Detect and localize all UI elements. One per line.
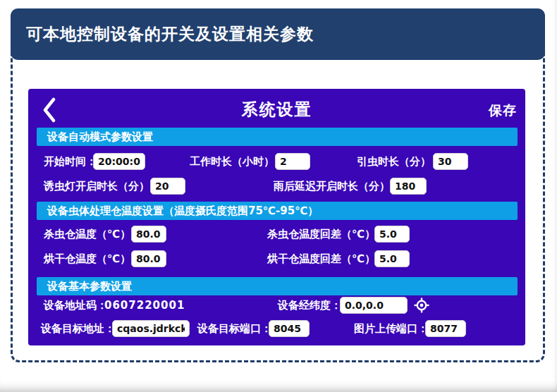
work-hours-label: 工作时长（小时）： <box>190 153 285 170</box>
save-button[interactable]: 保存 <box>489 102 517 120</box>
dry-temp-input[interactable] <box>131 250 166 267</box>
lamp-on-minutes-input[interactable] <box>150 178 185 195</box>
auto-mode-row-1: 开始时间： 工作时长（小时）： 引虫时长（分）： <box>28 153 525 170</box>
image-upload-port-label: 图片上传端口： <box>354 320 428 337</box>
image-upload-port-input[interactable] <box>425 320 466 337</box>
page-banner: 可本地控制设备的开关及设置相关参数 <box>11 8 545 60</box>
start-time-input[interactable] <box>93 153 145 170</box>
section-header-auto-mode: 设备自动模式参数设置 <box>37 128 518 146</box>
temperature-row-1: 杀虫仓温度（℃）： 杀虫仓温度回差（℃）： <box>28 226 525 243</box>
lamp-on-minutes-label: 诱虫灯开启时长（分）： <box>44 178 160 195</box>
device-coordinates-label: 设备经纬度： <box>278 297 341 314</box>
start-time-label: 开始时间： <box>44 153 97 170</box>
banner-text: 可本地控制设备的开关及设置相关参数 <box>26 23 314 45</box>
section-header-basic-params: 设备基本参数设置 <box>37 277 518 295</box>
kill-temp-hysteresis-input[interactable] <box>374 226 410 243</box>
crosshair-locate-icon <box>414 298 429 313</box>
temperature-row-2: 烘干仓温度（℃）： 烘干仓温度回差（℃）： <box>28 250 525 267</box>
work-hours-input[interactable] <box>275 153 310 170</box>
kill-temp-label: 杀虫仓温度（℃）： <box>44 226 141 243</box>
target-port-input[interactable] <box>269 320 310 337</box>
dry-temp-hysteresis-label: 烘干仓温度回差（℃）： <box>267 250 386 267</box>
locate-button[interactable] <box>413 297 430 314</box>
basic-params-row-1: 设备地址码： 0607220001 设备经纬度： <box>28 297 525 314</box>
kill-temp-hysteresis-label: 杀虫仓温度回差（℃）： <box>267 226 386 243</box>
dry-temp-hysteresis-input[interactable] <box>374 250 410 267</box>
target-address-label: 设备目标地址： <box>41 320 115 337</box>
basic-params-row-2: 设备目标地址： 设备目标端口： 图片上传端口： <box>28 320 525 337</box>
page-title: 系统设置 <box>28 99 525 121</box>
attract-minutes-input[interactable] <box>433 153 468 170</box>
device-address-code-value: 0607220001 <box>104 297 185 314</box>
section-header-temperature: 设备虫体处理仓温度设置（温度摄氏度范围75℃-95℃） <box>37 202 518 220</box>
target-address-input[interactable] <box>112 320 190 337</box>
device-address-code-label: 设备地址码： <box>44 297 107 314</box>
device-coordinates-input[interactable] <box>340 297 408 314</box>
rain-delay-minutes-input[interactable] <box>390 178 427 195</box>
settings-panel: 系统设置 保存 设备自动模式参数设置 开始时间： 工作时长（小时）： 引虫时长（… <box>28 89 525 345</box>
dry-temp-label: 烘干仓温度（℃）： <box>44 250 141 267</box>
target-port-label: 设备目标端口： <box>197 320 271 337</box>
attract-minutes-label: 引虫时长（分）： <box>357 153 441 170</box>
auto-mode-row-2: 诱虫灯开启时长（分）： 雨后延迟开启时长（分）： <box>28 178 525 195</box>
page: 可本地控制设备的开关及设置相关参数 系统设置 保存 设备自动模式参数设置 开始时… <box>0 0 557 392</box>
rain-delay-minutes-label: 雨后延迟开启时长（分）： <box>274 178 400 195</box>
kill-temp-input[interactable] <box>131 226 166 243</box>
